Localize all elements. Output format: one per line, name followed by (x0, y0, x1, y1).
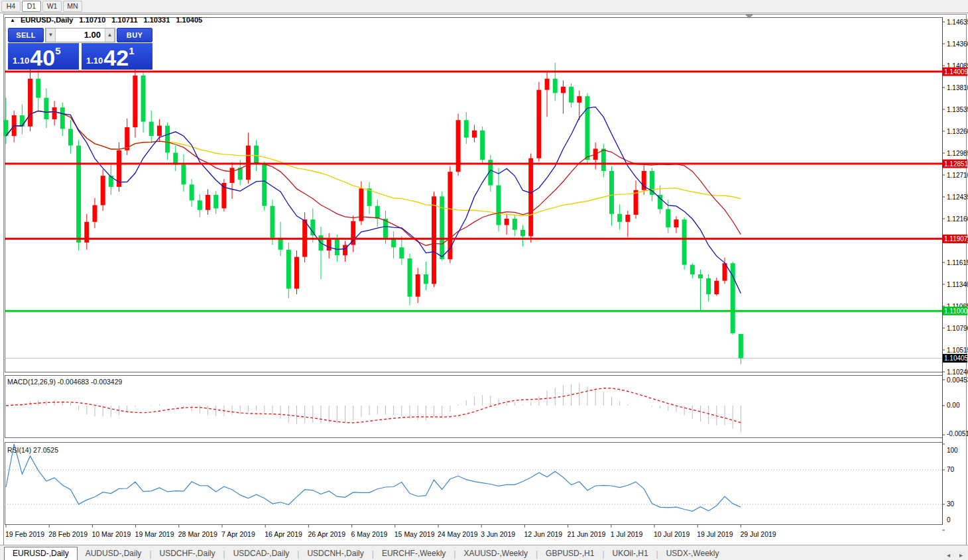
volume-input[interactable]: 1.00 (56, 28, 105, 42)
current-price-badge: 1.10405 (943, 354, 968, 363)
ask-price-prefix: 1.10 (86, 56, 103, 66)
level-price-badge: 1.11907 (943, 235, 968, 243)
svg-text:1.11340: 1.11340 (947, 281, 968, 288)
svg-text:1.12851: 1.12851 (944, 160, 968, 168)
bid-price-prefix: 1.10 (13, 56, 29, 66)
chart-header: ▲ EURUSD-,Daily 1.10710 1.10711 1.10331 … (10, 16, 202, 24)
rsi-axis-0: 0 (947, 516, 951, 524)
volume-stepper[interactable]: ▼ 1.00 ▲ (45, 28, 115, 42)
ask-price-big: 42 (103, 46, 129, 69)
quote-high: 1.10711 (111, 16, 137, 24)
symbol-tab-usdchf-daily[interactable]: USDCHF-,Daily (152, 547, 223, 560)
svg-text:19 Jul 2019: 19 Jul 2019 (697, 530, 733, 538)
svg-text:19 Feb 2019: 19 Feb 2019 (5, 530, 44, 538)
symbol-tab-xauusd-weekly[interactable]: XAUUSD-,Weekly (455, 547, 535, 560)
ask-price-sup: 1 (129, 45, 134, 56)
svg-text:10 Mar 2019: 10 Mar 2019 (91, 530, 131, 538)
rsi-indicator-label: RSI(14) 27.0525 (7, 446, 58, 454)
macd-indicator-label: MACD(12,26,9) -0.004683 -0.003429 (7, 378, 122, 386)
candle (456, 114, 461, 176)
quote-close: 1.10405 (176, 16, 202, 24)
svg-text:1.13810: 1.13810 (947, 84, 968, 91)
svg-text:19 Mar 2019: 19 Mar 2019 (135, 530, 174, 538)
svg-text:1.14635: 1.14635 (947, 19, 968, 26)
volume-increase-icon[interactable]: ▲ (105, 28, 115, 42)
symbol-tab-gbpusd-h1[interactable]: GBPUSD-,H1 (538, 547, 602, 560)
svg-text:1.10790: 1.10790 (947, 325, 968, 332)
candle (480, 127, 485, 165)
svg-text:28 Feb 2019: 28 Feb 2019 (48, 530, 88, 538)
symbol-tab-bar: EURUSD-,DailyAUDUSD-,Daily|USDCHF-,Daily… (0, 545, 968, 560)
svg-text:1.12710: 1.12710 (947, 172, 968, 179)
candle (682, 217, 687, 270)
svg-text:28 Mar 2019: 28 Mar 2019 (178, 530, 217, 538)
collapse-panel-icon[interactable]: ▲ (10, 17, 15, 23)
svg-text:1.12435: 1.12435 (947, 194, 968, 201)
candle (294, 251, 299, 294)
buy-button[interactable]: BUY (117, 28, 152, 42)
tab-scroll-left-icon[interactable]: ◂ (947, 551, 950, 559)
timeframe-button-d1[interactable]: D1 (22, 1, 41, 12)
svg-text:26 Apr 2019: 26 Apr 2019 (308, 530, 345, 538)
svg-text:1.10515: 1.10515 (947, 347, 968, 354)
svg-text:1.14360: 1.14360 (947, 40, 968, 48)
level-price-badge: 1.11000 (943, 307, 968, 315)
bid-price-display[interactable]: 1.10 40 5 (8, 43, 79, 70)
svg-text:10 Jul 2019: 10 Jul 2019 (654, 530, 690, 538)
macd-axis-zero: 0.00 (947, 402, 959, 409)
candle (536, 82, 541, 162)
volume-decrease-icon[interactable]: ▼ (46, 28, 56, 42)
svg-text:21 Jun 2019: 21 Jun 2019 (568, 530, 606, 538)
svg-text:24 May 2019: 24 May 2019 (438, 530, 478, 538)
svg-text:15 May 2019: 15 May 2019 (394, 530, 435, 538)
symbol-tab-audusd-daily[interactable]: AUDUSD-,Daily (78, 547, 150, 560)
rsi-pane (5, 443, 943, 525)
svg-text:6 May 2019: 6 May 2019 (351, 530, 388, 538)
svg-text:1.10240: 1.10240 (947, 368, 968, 376)
candle (585, 93, 589, 163)
date-axis: 19 Feb 201928 Feb 201910 Mar 201919 Mar … (5, 525, 942, 539)
bid-price-big: 40 (30, 46, 55, 69)
svg-text:1 Jul 2019: 1 Jul 2019 (611, 530, 643, 538)
candle (440, 192, 444, 260)
svg-text:7 Apr 2019: 7 Apr 2019 (221, 530, 255, 538)
macd-axis-max: 0.004532 (947, 376, 968, 384)
candle (76, 140, 81, 251)
tab-scroll-right-icon[interactable]: ▸ (959, 551, 963, 559)
svg-text:1.11907: 1.11907 (944, 235, 968, 243)
symbol-tab-usdx-weekly[interactable]: USDX-,Weekly (658, 547, 727, 560)
rsi-axis-100: 100 (947, 447, 958, 454)
bid-price-sup: 5 (55, 45, 60, 56)
candle (262, 162, 267, 211)
svg-text:3 Jun 2019: 3 Jun 2019 (481, 530, 515, 538)
quote-low: 1.10331 (144, 16, 170, 24)
ask-price-display[interactable]: 1.10 42 1 (82, 43, 152, 70)
svg-text:1.14009: 1.14009 (944, 68, 968, 76)
symbol-tab-eurusd-daily[interactable]: EURUSD-,Daily (4, 547, 78, 560)
svg-text:1.11000: 1.11000 (944, 308, 968, 315)
chart-canvas[interactable]: 1.146351.143601.140851.138101.135351.132… (0, 0, 968, 560)
candle (528, 154, 533, 243)
level-price-badge: 1.14009 (943, 68, 968, 76)
level-price-badge: 1.12851 (943, 160, 968, 168)
candle (221, 179, 226, 211)
svg-text:1.12160: 1.12160 (947, 215, 968, 223)
sell-button[interactable]: SELL (8, 28, 44, 42)
svg-text:1.13535: 1.13535 (947, 106, 968, 113)
svg-text:1.10405: 1.10405 (944, 355, 968, 362)
timeframe-button-mn[interactable]: MN (63, 1, 82, 12)
macd-pane (5, 376, 943, 438)
timeframe-button-h4[interactable]: H4 (1, 1, 21, 12)
svg-text:1.12985: 1.12985 (947, 150, 968, 157)
timeframe-toolbar: H4 D1 W1 MN (0, 0, 968, 13)
symbol-tab-usdcnh-daily[interactable]: USDCNH-,Daily (299, 547, 371, 560)
symbol-tab-ukoil-h1[interactable]: UKOil-,H1 (605, 547, 656, 560)
svg-text:29 Jul 2019: 29 Jul 2019 (740, 530, 776, 538)
svg-text:1.11615: 1.11615 (947, 259, 968, 266)
symbol-tab-usdcad-daily[interactable]: USDCAD-,Daily (225, 547, 298, 560)
symbol-tab-eurchf-weekly[interactable]: EURCHF-,Weekly (374, 547, 454, 560)
rsi-axis-30: 30 (947, 500, 954, 508)
svg-text:12 Jun 2019: 12 Jun 2019 (524, 530, 562, 538)
timeframe-button-w1[interactable]: W1 (42, 1, 62, 12)
chart-symbol-label: EURUSD-,Daily (21, 16, 73, 24)
